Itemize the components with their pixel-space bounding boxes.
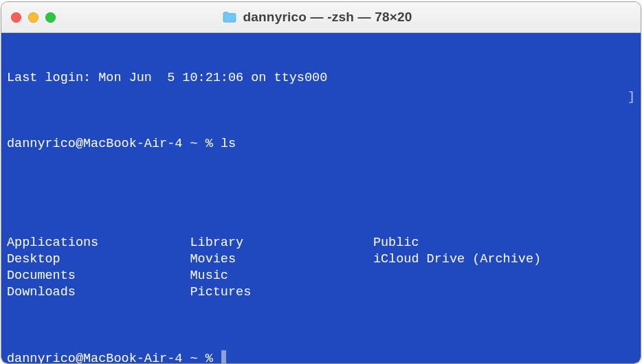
list-item: Movies bbox=[190, 252, 236, 266]
continuation-bracket: ] bbox=[628, 89, 635, 106]
ls-output: Applications Desktop Documents Downloads… bbox=[7, 235, 635, 301]
close-button[interactable] bbox=[11, 12, 21, 23]
prompt-line-1: dannyrico@MacBook-Air-4 ~ % ls bbox=[7, 136, 635, 152]
list-item: Pictures bbox=[190, 285, 251, 299]
ls-col-3: Public iCloud Drive (Archive) bbox=[373, 235, 635, 301]
titlebar[interactable]: dannyrico — -zsh — 78×20 bbox=[1, 2, 641, 33]
list-item: Documents bbox=[7, 269, 76, 283]
terminal-window: dannyrico — -zsh — 78×20 Last login: Mon… bbox=[1, 1, 641, 364]
window-title: dannyrico — -zsh — 78×20 bbox=[56, 10, 579, 25]
ls-col-1: Applications Desktop Documents Downloads bbox=[7, 235, 190, 301]
prompt-command: ls bbox=[221, 137, 236, 151]
list-item: Applications bbox=[7, 236, 98, 250]
prompt-line-2[interactable]: dannyrico@MacBook-Air-4 ~ % bbox=[7, 350, 635, 363]
terminal-area[interactable]: Last login: Mon Jun 5 10:21:06 on ttys00… bbox=[1, 33, 641, 363]
prompt-symbol: % bbox=[206, 352, 213, 364]
cursor bbox=[221, 350, 226, 363]
prompt-user: dannyrico@MacBook-Air-4 bbox=[7, 352, 182, 364]
list-item: Public bbox=[373, 236, 419, 250]
minimize-button[interactable] bbox=[28, 12, 38, 23]
prompt-user: dannyrico@MacBook-Air-4 bbox=[7, 137, 182, 151]
window-title-text: dannyrico — -zsh — 78×20 bbox=[243, 10, 412, 25]
list-item: iCloud Drive (Archive) bbox=[373, 252, 541, 266]
traffic-lights bbox=[11, 12, 56, 23]
list-item: Library bbox=[190, 236, 243, 250]
list-item: Downloads bbox=[7, 285, 76, 299]
zoom-button[interactable] bbox=[45, 12, 56, 23]
ls-col-2: Library Movies Music Pictures bbox=[190, 235, 373, 301]
list-item: Music bbox=[190, 269, 228, 283]
prompt-path: ~ bbox=[190, 352, 197, 364]
prompt-path: ~ bbox=[190, 137, 197, 151]
last-login-line: Last login: Mon Jun 5 10:21:06 on ttys00… bbox=[7, 70, 635, 87]
prompt-symbol: % bbox=[206, 137, 213, 151]
list-item: Desktop bbox=[7, 252, 60, 266]
folder-icon bbox=[222, 11, 237, 23]
